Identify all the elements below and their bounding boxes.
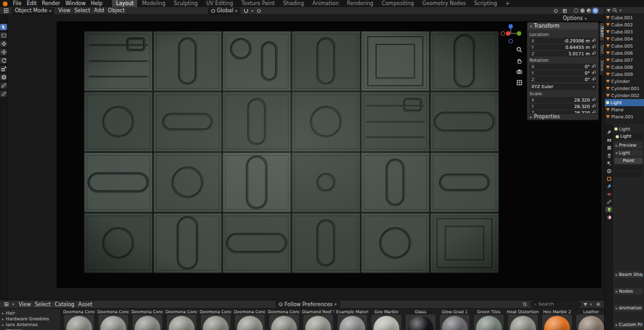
tool-select-box-button[interactable] [0,32,7,39]
transform-field-y[interactable]: Y0.64455 m [529,44,596,50]
blender-logo-icon[interactable] [3,1,8,6]
editor-type-dropdown-icon[interactable]: ▾ [12,302,14,306]
tool-annotate-button[interactable] [0,82,7,89]
tool-measure-button[interactable] [0,91,7,97]
transform-field-z[interactable]: Z0° [529,77,596,82]
panel-animation[interactable]: ▸Animation [614,305,643,311]
workspace-tab-geometry-nodes[interactable]: Geometry Nodes [419,0,470,7]
tool-transform-button[interactable] [0,74,7,80]
shading-solid-icon[interactable] [580,8,585,13]
tool-cursor-button[interactable] [0,41,7,47]
lock-icon[interactable] [592,78,594,80]
sidebar-tab-tool[interactable]: Tool [600,41,604,57]
asset-menu-view[interactable]: View [17,302,33,307]
outliner-item-cube-002[interactable]: Cube.002 [605,21,644,28]
viewport-3d[interactable]: Options▾ ▾Transform Location: X-0.2930 [8,15,604,300]
outliner-item-cube-001[interactable]: Cube.001 [605,14,644,21]
asset-item-deemona-concre[interactable]: Deemona Concre... [233,309,267,330]
workspace-tab-sculpting[interactable]: Sculpting [170,0,202,7]
asset-item-deemona-concre[interactable]: Deemona Concre... [199,309,232,330]
outliner-item-cube-008[interactable]: Cube.008 [605,64,644,71]
properties-tab-object[interactable] [605,176,612,181]
asset-menu-catalog[interactable]: Catalog [53,302,77,307]
outliner-item-plane-001[interactable]: Plane.001 [605,113,644,120]
workspace-tab-texture-paint[interactable]: Texture Paint [238,0,279,7]
asset-item-deemona-concre[interactable]: Deemona Concre... [267,309,301,330]
viewport-menu-object[interactable]: Object [106,8,127,14]
orientation-dropdown[interactable]: Global▾ [208,8,241,14]
asset-item-geo-marble[interactable]: Geo Marble [370,309,403,330]
menu-file[interactable]: File [10,1,24,6]
properties-tab-physics[interactable] [605,191,612,197]
workspace-tab-layout[interactable]: Layout [112,0,138,7]
menu-render[interactable]: Render [39,1,62,6]
lock-icon[interactable] [592,66,594,68]
viewport-menu-view[interactable]: View [56,8,72,14]
navigation-gizmo[interactable] [500,23,522,46]
viewport-grid-icon[interactable] [516,80,522,87]
proportional-edit-icon[interactable] [255,8,262,14]
asset-item-hex-marble-2[interactable]: Hex Marble 2 [540,309,574,330]
properties-tab-material[interactable] [605,214,612,220]
transform-panel-header[interactable]: ▾Transform [527,23,598,30]
add-workspace-button[interactable]: + [502,1,513,6]
viewport-zoom-icon[interactable] [516,47,522,54]
search-input[interactable] [538,302,577,307]
outliner-item-cylinder[interactable]: Cylinder [605,78,644,85]
properties-tab-tool[interactable] [605,129,612,135]
properties-collapsed-panel[interactable]: ▸Properties [527,113,599,120]
asset-item-green-tiles[interactable]: Green Tiles [472,309,506,330]
search-icon[interactable] [612,8,618,13]
outliner-display-dropdown[interactable]: ▾ [620,8,621,12]
light-color-field[interactable] [614,165,643,170]
editor-type-icon[interactable] [3,8,10,14]
tool-move-button[interactable] [0,49,7,55]
display-size-icon[interactable] [521,301,528,307]
viewport-pan-icon[interactable] [516,58,522,65]
lock-icon[interactable] [592,40,594,42]
properties-tab-modifiers[interactable] [605,183,612,189]
asset-menu-select[interactable]: Select [33,302,53,307]
xray-icon[interactable] [561,8,568,14]
menu-help[interactable]: Help [88,1,105,6]
filter-icon[interactable] [607,9,611,12]
viewport-menu-add[interactable]: Add [92,8,106,14]
tool-scale-button[interactable] [0,66,7,72]
asset-item-glow-grad-1[interactable]: Glow Grad 1 [438,309,471,330]
properties-tab-render[interactable] [605,137,612,143]
asset-item-diamond-roof-ti[interactable]: Diamond Roof Ti... [301,309,335,330]
menu-window[interactable]: Window [62,1,88,6]
datablock-selector[interactable]: Light [614,133,643,140]
asset-item-leather[interactable]: Leather [574,309,604,330]
lock-icon[interactable] [592,72,594,74]
properties-tab-output[interactable] [605,145,612,151]
overlays-icon[interactable] [552,8,559,14]
menu-edit[interactable]: Edit [24,1,39,6]
shading-wireframe-icon[interactable] [574,8,578,13]
properties-tab-view-layer[interactable] [605,152,612,158]
light-power-field[interactable] [614,172,643,177]
properties-tab-scene[interactable] [605,160,612,166]
outliner-item-cube-005[interactable]: Cube.005 [605,42,644,50]
asset-item-deemona-concre[interactable]: Deemona Concre... [131,309,164,330]
catalog-hardware-greebles[interactable]: ▸Hardware Greebles [2,316,59,322]
panel-nodes[interactable]: ▸Nodes [614,288,643,295]
properties-tab-light-data[interactable] [605,206,612,212]
outliner-item-light[interactable]: Light [605,99,644,106]
outliner-item-cube-007[interactable]: Cube.007 [605,57,644,64]
panel-custom-prop[interactable]: ▸Custom Prop... [614,322,643,328]
tool-tweak-button[interactable] [0,24,7,30]
lock-icon[interactable] [592,99,594,101]
outliner-item-cube-009[interactable]: Cube.009 [605,71,644,78]
properties-tab-constraints[interactable] [605,199,612,205]
transform-field-x[interactable]: X0° [529,64,596,69]
panel-preview[interactable]: ▸Preview [614,142,643,149]
catalog-ians-antennas[interactable]: ▸Ians Antennas [2,322,59,327]
viewport-menu-select[interactable]: Select [72,8,92,14]
transform-field-x[interactable]: X28.320 [529,97,596,103]
filter-dropdown-icon[interactable]: ▾ [590,302,592,306]
catalog-hair[interactable]: ▸Hair [2,310,59,316]
mode-dropdown[interactable]: Object Mode▾ [12,8,54,14]
outliner-item-cube-004[interactable]: Cube.004 [605,35,644,42]
outliner-item-cube-006[interactable]: Cube.006 [605,50,644,57]
